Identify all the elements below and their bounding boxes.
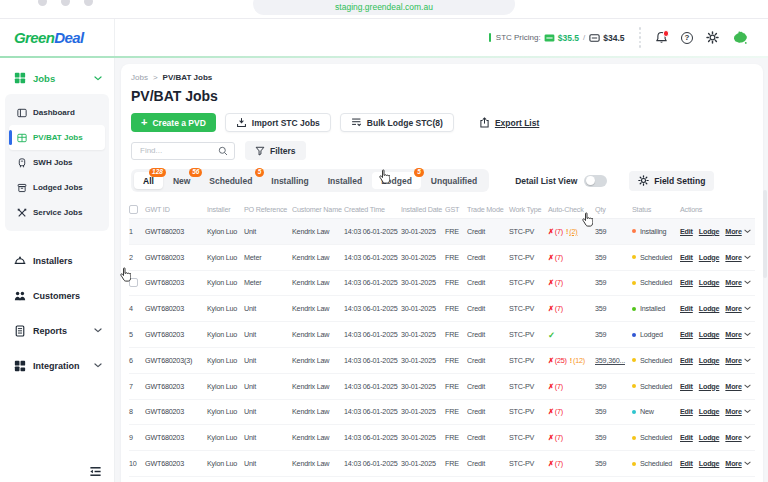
export-list-link[interactable]: Export List — [479, 117, 539, 128]
table-row[interactable]: 2 GWT680203 Kylon Luo Meter Kendrix Law … — [129, 245, 755, 271]
region-button[interactable] — [732, 30, 750, 45]
auto-check-fail[interactable]: ✗(7) — [548, 382, 563, 391]
tab-scheduled[interactable]: Scheduled5 — [200, 172, 261, 189]
create-pvd-button[interactable]: + Create a PVD — [131, 113, 216, 132]
edit-link[interactable]: Edit — [680, 356, 693, 365]
more-link[interactable]: More — [725, 227, 750, 236]
lodge-link[interactable]: Lodge — [699, 407, 720, 416]
lodge-link[interactable]: Lodge — [699, 253, 720, 262]
edit-link[interactable]: Edit — [680, 304, 693, 313]
more-link[interactable]: More — [725, 407, 750, 416]
installer-cell: Kylon Luo — [207, 227, 244, 236]
notifications-button[interactable] — [655, 31, 668, 44]
tab-installing[interactable]: Installing — [262, 172, 317, 189]
import-stc-jobs-button[interactable]: Import STC Jobs — [225, 113, 331, 132]
auto-check-fail[interactable]: ✗(7) — [548, 459, 563, 468]
table-row[interactable]: 1 GWT680203 Kylon Luo Unit Kendrix Law 1… — [129, 219, 755, 245]
select-all-checkbox[interactable] — [129, 205, 138, 214]
search-box[interactable] — [131, 142, 235, 160]
tab-unqualified[interactable]: Unqualified — [422, 172, 486, 189]
auto-check-warn[interactable]: !(12) — [570, 356, 585, 365]
tab-all[interactable]: All128 — [134, 172, 163, 189]
tab-new[interactable]: New56 — [164, 172, 199, 189]
table-row[interactable]: 5 GWT680203 Kylon Luo Unit Kendrix Law 1… — [129, 322, 755, 348]
work-type-cell: STC-PV — [509, 304, 548, 313]
table-row[interactable]: 10 GWT680203 Kylon Luo Unit Kendrix Law … — [129, 451, 755, 477]
edit-link[interactable]: Edit — [680, 382, 693, 391]
auto-check-fail[interactable]: ✗(7) — [548, 227, 563, 236]
sidebar-item-service-jobs[interactable]: Service Jobs — [9, 200, 105, 225]
edit-link[interactable]: Edit — [680, 253, 693, 262]
installed-date-cell: 30-01-2025 — [401, 356, 445, 365]
more-link[interactable]: More — [725, 433, 750, 442]
lodge-link[interactable]: Lodge — [699, 459, 720, 468]
sidebar-item-integration[interactable]: Integration — [0, 348, 114, 383]
window-controls[interactable] — [38, 0, 93, 6]
row-checkbox[interactable] — [129, 278, 138, 287]
search-input[interactable] — [138, 145, 214, 156]
sidebar-item-jobs[interactable]: Jobs — [0, 72, 114, 94]
qty-cell: 359 — [595, 253, 606, 262]
table-row[interactable]: 8 GWT680203 Kylon Luo Unit Kendrix Law 1… — [129, 400, 755, 426]
sidebar-item-pvbat-jobs[interactable]: PV/BAT Jobs — [9, 125, 105, 150]
lodge-link[interactable]: Lodge — [699, 382, 720, 391]
sidebar-item-dashboard[interactable]: Dashboard — [9, 100, 105, 125]
stc-card-dark-icon — [589, 34, 600, 42]
settings-button[interactable] — [706, 31, 719, 44]
detail-list-view-toggle[interactable] — [584, 175, 607, 187]
sidebar-item-reports[interactable]: Reports — [0, 313, 114, 348]
auto-check-fail[interactable]: ✗(7) — [548, 278, 563, 287]
table-row[interactable]: GWT680203 Kylon Luo Meter Kendrix Law 14… — [129, 271, 755, 297]
sidebar-collapse-button[interactable] — [89, 465, 102, 478]
bulk-lodge-stc-button[interactable]: Bulk Lodge STC(8) — [340, 113, 454, 132]
more-link[interactable]: More — [725, 330, 750, 339]
filters-button[interactable]: Filters — [245, 141, 306, 160]
more-link[interactable]: More — [725, 253, 750, 262]
auto-check-fail[interactable]: ✗(7) — [548, 433, 563, 442]
table-row[interactable]: 6 GWT680203(3) Kylon Luo Unit Kendrix La… — [129, 348, 755, 374]
address-bar[interactable]: staging.greendeal.com.au — [253, 0, 515, 15]
scrollbar-thumb[interactable] — [763, 190, 767, 278]
lodge-link[interactable]: Lodge — [699, 304, 720, 313]
edit-link[interactable]: Edit — [680, 433, 693, 442]
qty-cell: 359 — [595, 330, 606, 339]
auto-check-fail[interactable]: ✗(7) — [548, 304, 563, 313]
po-reference-cell: Meter — [244, 278, 292, 287]
edit-link[interactable]: Edit — [680, 459, 693, 468]
lodge-link[interactable]: Lodge — [699, 433, 720, 442]
sidebar-item-swh-jobs[interactable]: SWH Jobs — [9, 150, 105, 175]
more-link[interactable]: More — [725, 356, 750, 365]
lodge-link[interactable]: Lodge — [699, 278, 720, 287]
auto-check-fail[interactable]: ✗(7) — [548, 407, 563, 416]
po-reference-cell: Meter — [244, 253, 292, 262]
tab-lodged[interactable]: Lodged5 — [372, 172, 421, 189]
more-link[interactable]: More — [725, 382, 750, 391]
table-row[interactable]: 9 GWT680203 Kylon Luo Unit Kendrix Law 1… — [129, 425, 755, 451]
lodge-link[interactable]: Lodge — [699, 227, 720, 236]
more-link[interactable]: More — [725, 278, 750, 287]
sidebar-item-lodged-jobs[interactable]: Lodged Jobs — [9, 175, 105, 200]
more-link[interactable]: More — [725, 304, 750, 313]
help-button[interactable]: ? — [681, 32, 693, 44]
edit-link[interactable]: Edit — [680, 407, 693, 416]
field-setting-button[interactable]: Field Setting — [629, 171, 714, 191]
edit-link[interactable]: Edit — [680, 227, 693, 236]
edit-link[interactable]: Edit — [680, 278, 693, 287]
tab-installed[interactable]: Installed — [319, 172, 371, 189]
auto-check-fail[interactable]: ✗(7) — [548, 253, 563, 262]
more-link[interactable]: More — [725, 459, 750, 468]
lodge-link[interactable]: Lodge — [699, 356, 720, 365]
table-row[interactable]: 4 GWT680203 Kylon Luo Unit Kendrix Law 1… — [129, 296, 755, 322]
sidebar-item-installers[interactable]: Installers — [0, 243, 114, 278]
installer-cell: Kylon Luo — [207, 433, 244, 442]
status-label: New — [640, 407, 654, 416]
table-row[interactable]: 7 GWT680203 Kylon Luo Unit Kendrix Law 1… — [129, 374, 755, 400]
breadcrumb-jobs[interactable]: Jobs — [131, 73, 148, 82]
edit-link[interactable]: Edit — [680, 330, 693, 339]
customer-name-cell: Kendrix Law — [292, 227, 344, 236]
sidebar-item-customers[interactable]: Customers — [0, 278, 114, 313]
auto-check-fail[interactable]: ✗(25) — [548, 356, 567, 365]
gear-icon — [638, 175, 649, 186]
auto-check-warn[interactable]: !(2) — [566, 227, 577, 236]
lodge-link[interactable]: Lodge — [699, 330, 720, 339]
